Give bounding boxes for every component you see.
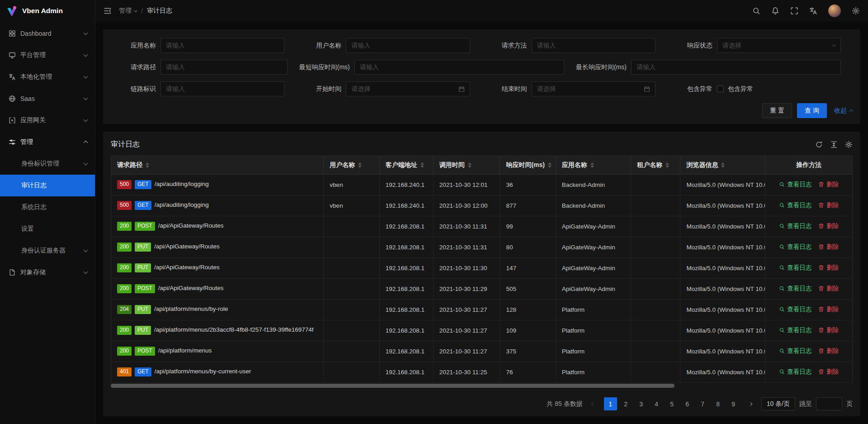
max-response-time-input[interactable]: 请输入 [631,60,841,75]
user-name-input[interactable]: 请输入 [346,38,470,53]
end-time-picker[interactable]: 请选择 [532,81,656,96]
column-header-app-name[interactable]: 应用名称 [556,156,631,174]
page-button-1[interactable]: 1 [604,397,617,410]
start-time-picker[interactable]: 请选择 [346,81,470,96]
column-header-browser-info[interactable]: 浏览器信息 [680,156,765,174]
page-button-9[interactable]: 9 [727,397,740,410]
page-button-7[interactable]: 7 [696,397,709,410]
search-button[interactable]: 查 询 [797,103,827,118]
view-log-button[interactable]: 查看日志 [779,285,811,293]
next-page-button[interactable] [744,397,757,410]
sort-icon[interactable] [590,162,594,168]
delete-button[interactable]: 删除 [818,305,839,314]
column-settings-icon[interactable] [845,141,853,148]
row-height-icon[interactable] [830,141,838,148]
page-button-6[interactable]: 6 [681,397,694,410]
checkbox-label: 包含异常 [728,85,753,93]
view-log-button[interactable]: 查看日志 [779,243,811,251]
fullscreen-icon[interactable] [790,7,798,15]
sidebar-item-management[interactable]: 管理 [0,131,95,153]
delete-button[interactable]: 删除 [818,222,839,230]
view-log-button[interactable]: 查看日志 [779,326,811,334]
view-log-button[interactable]: 查看日志 [779,347,811,355]
settings-icon[interactable] [852,7,860,15]
page-button-8[interactable]: 8 [712,397,725,410]
trace-id-input[interactable]: 请输入 [160,81,284,96]
sort-icon[interactable] [358,162,362,168]
view-log-button[interactable]: 查看日志 [779,368,811,376]
sort-icon[interactable] [146,162,149,168]
request-path-input[interactable]: 请输入 [160,60,288,75]
sort-icon[interactable] [665,162,669,168]
page-button-4[interactable]: 4 [650,397,663,410]
page-button-5[interactable]: 5 [665,397,679,410]
sidebar-item-dashboard[interactable]: Dashboard [0,23,95,44]
refresh-icon[interactable] [815,141,823,148]
app-name-input[interactable]: 请输入 [160,38,284,53]
sidebar-subitem-identity-management[interactable]: 身份标识管理 [0,153,95,175]
view-log-button[interactable]: 查看日志 [779,181,811,189]
view-log-button[interactable]: 查看日志 [779,305,811,314]
table-row[interactable]: 200POST/api/ApiGateway/Routes192.168.208… [111,216,852,237]
delete-button[interactable]: 删除 [818,243,839,251]
collapse-link[interactable]: 收起 [834,107,853,115]
sort-icon[interactable] [721,162,725,168]
column-header-client-address[interactable]: 客户端地址 [379,156,433,174]
delete-button[interactable]: 删除 [818,347,839,355]
page-size-select[interactable]: 10 条/页 [761,397,795,410]
table-row[interactable]: 200PUT/api/ApiGateway/Routes192.168.208.… [111,237,852,257]
table-row[interactable]: 204PUT/api/platform/menus/by-role192.168… [111,299,852,320]
search-icon[interactable] [752,7,760,15]
view-log-button[interactable]: 查看日志 [779,201,811,210]
avatar[interactable] [828,5,841,17]
sidebar-item-object-storage[interactable]: 对象存储 [0,262,95,283]
response-status-select[interactable]: 请选择 [717,38,841,53]
view-log-button[interactable]: 查看日志 [779,222,811,230]
delete-button[interactable]: 删除 [818,285,839,293]
table-row[interactable]: 200PUT/api/ApiGateway/Routes192.168.208.… [111,257,852,278]
sidebar-subitem-settings[interactable]: 设置 [0,218,95,240]
translate-icon[interactable] [809,7,817,15]
sort-icon[interactable] [420,162,424,168]
bell-icon[interactable] [771,7,779,15]
request-method-input[interactable]: 请输入 [532,38,656,53]
table-row[interactable]: 200POST/api/ApiGateway/Routes192.168.208… [111,278,852,299]
delete-button[interactable]: 删除 [818,368,839,376]
table-row[interactable]: 401GET/api/platform/menus/by-current-use… [111,362,852,382]
view-log-button[interactable]: 查看日志 [779,264,811,272]
table-row[interactable]: 200POST/api/platform/menus192.168.208.12… [111,341,852,362]
delete-button[interactable]: 删除 [818,201,839,210]
page-button-3[interactable]: 3 [635,397,648,410]
page-button-2[interactable]: 2 [619,397,632,410]
delete-button[interactable]: 删除 [818,264,839,272]
menu-fold-icon[interactable] [104,7,112,15]
column-header-user-name[interactable]: 用户名称 [324,156,379,174]
checkbox[interactable] [717,86,724,92]
column-header-request-path[interactable]: 请求路径 [111,156,324,174]
include-exception-checkbox[interactable]: 包含异常 [717,85,753,93]
table-row[interactable]: 200PUT/api/platform/menus/2b3accf8-4fb8-… [111,320,852,341]
sidebar-item-saas[interactable]: Saas [0,88,95,110]
scrollbar-thumb[interactable] [111,384,675,388]
sidebar-item-platform-management[interactable]: 平台管理 [0,44,95,66]
logo[interactable]: Vben Admin [0,0,95,22]
delete-button[interactable]: 删除 [818,326,839,334]
sort-icon[interactable] [548,162,552,168]
breadcrumb-item-management[interactable]: 管理 [119,7,137,15]
table-row[interactable]: 500GET/api/auditing/loggingvben192.168.2… [111,174,852,195]
sidebar-subitem-system-log[interactable]: 系统日志 [0,196,95,218]
table-row[interactable]: 500GET/api/auditing/loggingvben192.168.2… [111,195,852,216]
sidebar-subitem-audit-log[interactable]: 审计日志 [0,175,95,196]
sidebar-subitem-identity-server[interactable]: 身份认证服务器 [0,240,95,262]
sidebar-item-localization-management[interactable]: 本地化管理 [0,66,95,88]
column-header-response-time[interactable]: 响应时间(ms) [500,156,556,174]
sidebar-item-app-gateway[interactable]: 应用网关 [0,110,95,131]
reset-button[interactable]: 重 置 [762,103,792,118]
jump-page-input[interactable] [816,397,842,410]
column-header-call-time[interactable]: 调用时间 [433,156,500,174]
min-response-time-input[interactable]: 请输入 [354,60,564,75]
sort-icon[interactable] [468,162,472,168]
delete-button[interactable]: 删除 [818,181,839,189]
column-header-tenant-name[interactable]: 租户名称 [631,156,680,174]
prev-page-button[interactable] [587,397,600,410]
